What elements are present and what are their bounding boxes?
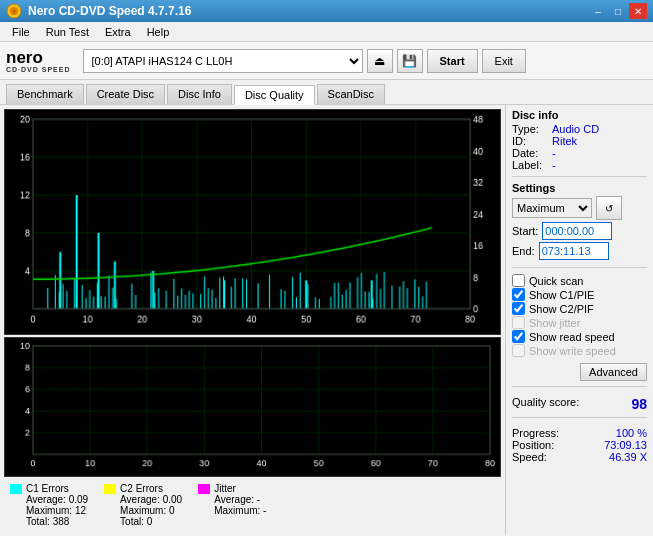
speed-row-2: Speed: 46.39 X xyxy=(512,451,647,463)
eject-button[interactable]: ⏏ xyxy=(367,49,393,73)
bottom-chart xyxy=(4,337,501,477)
advanced-button[interactable]: Advanced xyxy=(580,363,647,381)
settings-section: Settings Maximum ↺ Start: End: xyxy=(512,182,647,262)
disc-id-row: ID: Ritek xyxy=(512,135,647,147)
divider-4 xyxy=(512,417,647,418)
show-jitter-checkbox xyxy=(512,316,525,329)
title-text: Nero CD-DVD Speed 4.7.7.16 xyxy=(28,4,191,18)
disc-info-title: Disc info xyxy=(512,109,647,121)
c1-avg-row: Average: 0.09 xyxy=(26,494,88,505)
menu-bar: File Run Test Extra Help xyxy=(0,22,653,42)
c2-max-row: Maximum: 0 xyxy=(120,505,182,516)
jitter-max-row: Maximum: - xyxy=(214,505,266,516)
end-label: End: xyxy=(512,245,535,257)
position-row: Position: 73:09.13 xyxy=(512,439,647,451)
progress-row: Progress: 100 % xyxy=(512,427,647,439)
divider-2 xyxy=(512,267,647,268)
progress-value: 100 % xyxy=(616,427,647,439)
disc-id-label: ID: xyxy=(512,135,548,147)
progress-label: Progress: xyxy=(512,427,559,439)
end-time-input[interactable] xyxy=(539,242,609,260)
settings-title: Settings xyxy=(512,182,647,194)
c2-label: C2 Errors xyxy=(120,483,163,494)
right-panel: Disc info Type: Audio CD ID: Ritek Date:… xyxy=(505,105,653,535)
c1-total-row: Total: 388 xyxy=(26,516,88,527)
close-button[interactable]: ✕ xyxy=(629,3,647,19)
disc-type-value: Audio CD xyxy=(552,123,599,135)
maximize-button[interactable]: □ xyxy=(609,3,627,19)
title-bar: Nero CD-DVD Speed 4.7.7.16 – □ ✕ xyxy=(0,0,653,22)
legend-c2: C2 Errors Average: 0.00 Maximum: 0 Total… xyxy=(104,483,182,527)
start-label: Start: xyxy=(512,225,538,237)
menu-help[interactable]: Help xyxy=(139,24,178,40)
menu-extra[interactable]: Extra xyxy=(97,24,139,40)
position-label: Position: xyxy=(512,439,554,451)
c2-avg-row: Average: 0.00 xyxy=(120,494,182,505)
show-write-speed-label: Show write speed xyxy=(529,345,616,357)
show-read-speed-row: Show read speed xyxy=(512,330,647,343)
c1-label: C1 Errors xyxy=(26,483,69,494)
divider-1 xyxy=(512,176,647,177)
legend: C1 Errors Average: 0.09 Maximum: 12 Tota… xyxy=(4,479,501,531)
quick-scan-checkbox[interactable] xyxy=(512,274,525,287)
tab-disc-info[interactable]: Disc Info xyxy=(167,84,232,104)
show-read-speed-checkbox[interactable] xyxy=(512,330,525,343)
start-time-input[interactable] xyxy=(542,222,612,240)
main-content: C1 Errors Average: 0.09 Maximum: 12 Tota… xyxy=(0,105,653,535)
show-c2-checkbox[interactable] xyxy=(512,302,525,315)
disc-label-value: - xyxy=(552,159,556,171)
nero-logo: nero xyxy=(6,49,71,66)
chart-area: C1 Errors Average: 0.09 Maximum: 12 Tota… xyxy=(0,105,505,535)
progress-section: Progress: 100 % Position: 73:09.13 Speed… xyxy=(512,427,647,463)
disc-date-value: - xyxy=(552,147,556,159)
checkboxes-section: Quick scan Show C1/PIE Show C2/PIF Show … xyxy=(512,273,647,358)
speed-value: 46.39 X xyxy=(609,451,647,463)
jitter-label: Jitter xyxy=(214,483,236,494)
quick-scan-row: Quick scan xyxy=(512,274,647,287)
quick-scan-label: Quick scan xyxy=(529,275,583,287)
top-chart xyxy=(4,109,501,335)
c2-color-swatch xyxy=(104,484,116,494)
jitter-avg-row: Average: - xyxy=(214,494,266,505)
disc-type-label: Type: xyxy=(512,123,548,135)
show-c2-label: Show C2/PIF xyxy=(529,303,594,315)
tab-benchmark[interactable]: Benchmark xyxy=(6,84,84,104)
toolbar: nero CD·DVD SPEED [0:0] ATAPI iHAS124 C … xyxy=(0,42,653,80)
end-row: End: xyxy=(512,242,647,260)
disc-label-label: Label: xyxy=(512,159,548,171)
disc-date-row: Date: - xyxy=(512,147,647,159)
disc-type-row: Type: Audio CD xyxy=(512,123,647,135)
menu-run-test[interactable]: Run Test xyxy=(38,24,97,40)
drive-selector[interactable]: [0:0] ATAPI iHAS124 C LL0H xyxy=(83,49,363,73)
speed-label: Speed: xyxy=(512,451,547,463)
title-controls: – □ ✕ xyxy=(589,3,647,19)
refresh-button[interactable]: ↺ xyxy=(596,196,622,220)
speed-selector[interactable]: Maximum xyxy=(512,198,592,218)
start-button[interactable]: Start xyxy=(427,49,478,73)
tab-create-disc[interactable]: Create Disc xyxy=(86,84,165,104)
show-write-speed-checkbox xyxy=(512,344,525,357)
start-row: Start: xyxy=(512,222,647,240)
legend-jitter: Jitter Average: - Maximum: - xyxy=(198,483,266,527)
menu-file[interactable]: File xyxy=(4,24,38,40)
c1-max-row: Maximum: 12 xyxy=(26,505,88,516)
show-c1-row: Show C1/PIE xyxy=(512,288,647,301)
show-write-speed-row: Show write speed xyxy=(512,344,647,357)
app-icon xyxy=(6,3,22,19)
save-button[interactable]: 💾 xyxy=(397,49,423,73)
tab-disc-quality[interactable]: Disc Quality xyxy=(234,85,315,105)
minimize-button[interactable]: – xyxy=(589,3,607,19)
tab-bar: Benchmark Create Disc Disc Info Disc Qua… xyxy=(0,80,653,105)
logo-area: nero CD·DVD SPEED xyxy=(6,49,71,73)
svg-point-2 xyxy=(13,10,16,13)
disc-info-section: Disc info Type: Audio CD ID: Ritek Date:… xyxy=(512,109,647,171)
divider-3 xyxy=(512,386,647,387)
position-value: 73:09.13 xyxy=(604,439,647,451)
quality-score-row: Quality score: 98 xyxy=(512,396,647,412)
exit-button[interactable]: Exit xyxy=(482,49,526,73)
show-jitter-label: Show jitter xyxy=(529,317,580,329)
show-read-speed-label: Show read speed xyxy=(529,331,615,343)
quality-score-value: 98 xyxy=(631,396,647,412)
tab-scan-disc[interactable]: ScanDisc xyxy=(317,84,385,104)
show-c1-checkbox[interactable] xyxy=(512,288,525,301)
